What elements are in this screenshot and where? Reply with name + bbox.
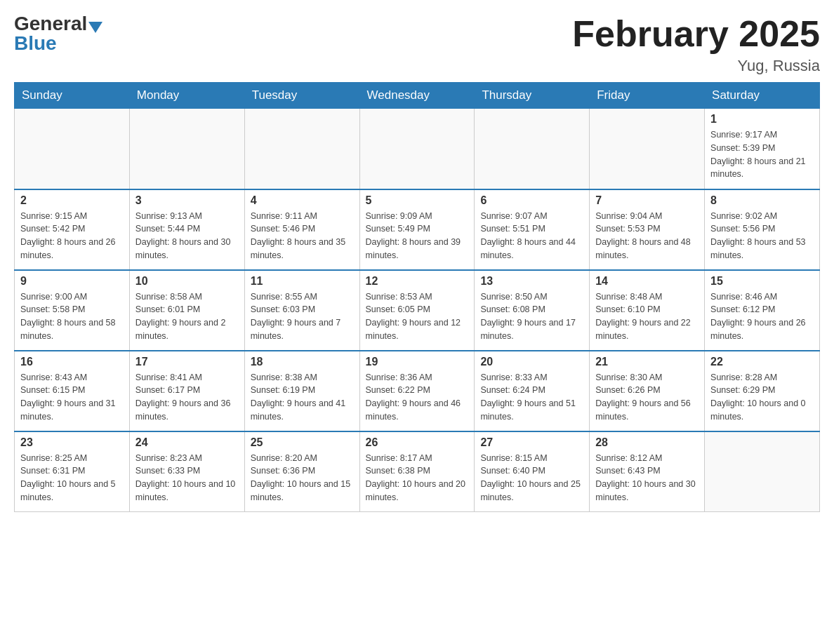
- day-info: Sunrise: 9:02 AMSunset: 5:56 PMDaylight:…: [710, 210, 814, 262]
- day-number: 1: [710, 113, 814, 126]
- day-info: Sunrise: 9:00 AMSunset: 5:58 PMDaylight:…: [20, 290, 124, 343]
- calendar-cell: [705, 431, 820, 512]
- logo-text: General: [14, 14, 102, 34]
- calendar-cell: 21Sunrise: 8:30 AMSunset: 6:26 PMDayligh…: [590, 351, 705, 431]
- calendar-cell: 11Sunrise: 8:55 AMSunset: 6:03 PMDayligh…: [244, 270, 359, 351]
- calendar-cell: 26Sunrise: 8:17 AMSunset: 6:38 PMDayligh…: [359, 431, 475, 512]
- calendar-cell: [129, 109, 244, 189]
- calendar-week-row: 9Sunrise: 9:00 AMSunset: 5:58 PMDaylight…: [15, 270, 820, 351]
- day-info: Sunrise: 8:28 AMSunset: 6:29 PMDaylight:…: [710, 371, 814, 424]
- calendar-cell: 4Sunrise: 9:11 AMSunset: 5:46 PMDaylight…: [244, 189, 359, 270]
- day-info: Sunrise: 8:43 AMSunset: 6:15 PMDaylight:…: [20, 371, 124, 424]
- calendar-week-row: 1Sunrise: 9:17 AMSunset: 5:39 PMDaylight…: [15, 109, 820, 189]
- day-info: Sunrise: 8:36 AMSunset: 6:22 PMDaylight:…: [366, 371, 469, 424]
- calendar-cell: [475, 109, 590, 189]
- calendar-cell: 22Sunrise: 8:28 AMSunset: 6:29 PMDayligh…: [705, 351, 820, 431]
- calendar-cell: 15Sunrise: 8:46 AMSunset: 6:12 PMDayligh…: [705, 270, 820, 351]
- calendar-cell: 23Sunrise: 8:25 AMSunset: 6:31 PMDayligh…: [15, 431, 130, 512]
- day-number: 19: [366, 356, 469, 368]
- weekday-header-thursday: Thursday: [475, 83, 590, 109]
- calendar-cell: [15, 109, 130, 189]
- day-number: 11: [251, 275, 354, 288]
- day-number: 9: [20, 275, 124, 288]
- day-info: Sunrise: 8:48 AMSunset: 6:10 PMDaylight:…: [595, 290, 699, 343]
- day-info: Sunrise: 8:25 AMSunset: 6:31 PMDaylight:…: [20, 452, 124, 504]
- logo-blue: Blue: [14, 34, 57, 53]
- calendar-cell: 16Sunrise: 8:43 AMSunset: 6:15 PMDayligh…: [15, 351, 130, 431]
- day-info: Sunrise: 8:55 AMSunset: 6:03 PMDaylight:…: [251, 290, 354, 343]
- day-number: 21: [595, 356, 699, 368]
- calendar-cell: 27Sunrise: 8:15 AMSunset: 6:40 PMDayligh…: [475, 431, 590, 512]
- day-info: Sunrise: 8:50 AMSunset: 6:08 PMDaylight:…: [480, 290, 583, 343]
- day-number: 10: [135, 275, 239, 288]
- day-number: 6: [480, 194, 583, 207]
- calendar-cell: 25Sunrise: 8:20 AMSunset: 6:36 PMDayligh…: [244, 431, 359, 512]
- weekday-header-tuesday: Tuesday: [244, 83, 359, 109]
- day-number: 22: [710, 356, 814, 368]
- day-number: 3: [135, 194, 239, 207]
- calendar-cell: 5Sunrise: 9:09 AMSunset: 5:49 PMDaylight…: [359, 189, 475, 270]
- day-info: Sunrise: 9:17 AMSunset: 5:39 PMDaylight:…: [710, 128, 814, 181]
- day-number: 25: [251, 436, 354, 449]
- day-number: 23: [20, 436, 124, 449]
- calendar-cell: [590, 109, 705, 189]
- day-number: 18: [251, 356, 354, 368]
- title-section: February 2025 Yug, Russia: [572, 14, 820, 75]
- calendar-cell: 20Sunrise: 8:33 AMSunset: 6:24 PMDayligh…: [475, 351, 590, 431]
- calendar-cell: [244, 109, 359, 189]
- calendar-cell: 12Sunrise: 8:53 AMSunset: 6:05 PMDayligh…: [359, 270, 475, 351]
- day-number: 2: [20, 194, 124, 207]
- weekday-header-sunday: Sunday: [15, 83, 130, 109]
- day-number: 26: [366, 436, 469, 449]
- calendar-cell: 7Sunrise: 9:04 AMSunset: 5:53 PMDaylight…: [590, 189, 705, 270]
- calendar-cell: 18Sunrise: 8:38 AMSunset: 6:19 PMDayligh…: [244, 351, 359, 431]
- weekday-header-monday: Monday: [129, 83, 244, 109]
- day-number: 12: [366, 275, 469, 288]
- calendar-cell: 9Sunrise: 9:00 AMSunset: 5:58 PMDaylight…: [15, 270, 130, 351]
- day-number: 17: [135, 356, 239, 368]
- page-header: General Blue February 2025 Yug, Russia: [14, 14, 820, 75]
- calendar-cell: 14Sunrise: 8:48 AMSunset: 6:10 PMDayligh…: [590, 270, 705, 351]
- day-number: 27: [480, 436, 583, 449]
- day-number: 15: [710, 275, 814, 288]
- day-info: Sunrise: 8:20 AMSunset: 6:36 PMDaylight:…: [251, 452, 354, 504]
- day-info: Sunrise: 8:12 AMSunset: 6:43 PMDaylight:…: [595, 452, 699, 504]
- day-info: Sunrise: 9:07 AMSunset: 5:51 PMDaylight:…: [480, 210, 583, 262]
- day-info: Sunrise: 8:15 AMSunset: 6:40 PMDaylight:…: [480, 452, 583, 504]
- day-number: 13: [480, 275, 583, 288]
- day-info: Sunrise: 8:53 AMSunset: 6:05 PMDaylight:…: [366, 290, 469, 343]
- weekday-header-saturday: Saturday: [705, 83, 820, 109]
- calendar-week-row: 16Sunrise: 8:43 AMSunset: 6:15 PMDayligh…: [15, 351, 820, 431]
- day-number: 28: [595, 436, 699, 449]
- day-info: Sunrise: 8:17 AMSunset: 6:38 PMDaylight:…: [366, 452, 469, 504]
- calendar-cell: [359, 109, 475, 189]
- day-number: 5: [366, 194, 469, 207]
- weekday-header-friday: Friday: [590, 83, 705, 109]
- day-number: 8: [710, 194, 814, 207]
- day-number: 16: [20, 356, 124, 368]
- calendar-cell: 28Sunrise: 8:12 AMSunset: 6:43 PMDayligh…: [590, 431, 705, 512]
- weekday-header-wednesday: Wednesday: [359, 83, 475, 109]
- logo-triangle-icon: [88, 22, 102, 33]
- location: Yug, Russia: [572, 57, 820, 75]
- calendar-cell: 10Sunrise: 8:58 AMSunset: 6:01 PMDayligh…: [129, 270, 244, 351]
- calendar-cell: 3Sunrise: 9:13 AMSunset: 5:44 PMDaylight…: [129, 189, 244, 270]
- day-info: Sunrise: 8:58 AMSunset: 6:01 PMDaylight:…: [135, 290, 239, 343]
- day-info: Sunrise: 9:11 AMSunset: 5:46 PMDaylight:…: [251, 210, 354, 262]
- calendar-week-row: 23Sunrise: 8:25 AMSunset: 6:31 PMDayligh…: [15, 431, 820, 512]
- logo-general: General: [14, 13, 87, 34]
- day-number: 24: [135, 436, 239, 449]
- calendar-cell: 2Sunrise: 9:15 AMSunset: 5:42 PMDaylight…: [15, 189, 130, 270]
- day-info: Sunrise: 8:38 AMSunset: 6:19 PMDaylight:…: [251, 371, 354, 424]
- day-info: Sunrise: 8:30 AMSunset: 6:26 PMDaylight:…: [595, 371, 699, 424]
- calendar-cell: 8Sunrise: 9:02 AMSunset: 5:56 PMDaylight…: [705, 189, 820, 270]
- day-info: Sunrise: 9:09 AMSunset: 5:49 PMDaylight:…: [366, 210, 469, 262]
- day-info: Sunrise: 8:41 AMSunset: 6:17 PMDaylight:…: [135, 371, 239, 424]
- calendar-cell: 6Sunrise: 9:07 AMSunset: 5:51 PMDaylight…: [475, 189, 590, 270]
- day-info: Sunrise: 9:13 AMSunset: 5:44 PMDaylight:…: [135, 210, 239, 262]
- day-info: Sunrise: 8:33 AMSunset: 6:24 PMDaylight:…: [480, 371, 583, 424]
- day-info: Sunrise: 9:15 AMSunset: 5:42 PMDaylight:…: [20, 210, 124, 262]
- month-title: February 2025: [572, 14, 820, 54]
- logo: General Blue: [14, 14, 102, 53]
- calendar-cell: 1Sunrise: 9:17 AMSunset: 5:39 PMDaylight…: [705, 109, 820, 189]
